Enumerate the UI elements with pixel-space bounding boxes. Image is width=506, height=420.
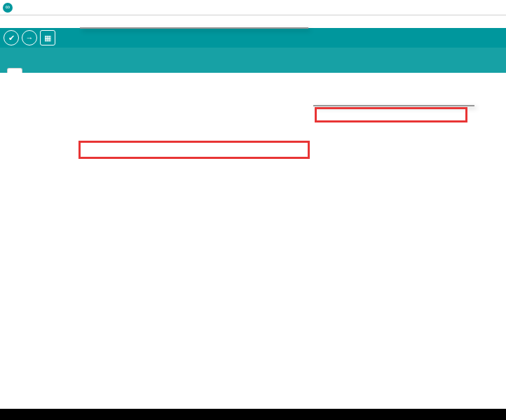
tools-menu <box>80 27 308 29</box>
arduino-icon <box>3 3 13 13</box>
sketch-tab[interactable] <box>7 68 22 73</box>
verify-button[interactable]: ✔ <box>4 30 19 46</box>
title-bar <box>0 0 506 15</box>
new-button[interactable]: ▦ <box>40 30 55 46</box>
menu-bar <box>0 15 506 28</box>
teal-strip <box>0 48 506 56</box>
toolbar: ✔ → ▦ <box>0 28 506 48</box>
boards-submenu <box>313 105 474 106</box>
code-editor[interactable] <box>0 73 506 409</box>
tab-row <box>0 56 506 73</box>
upload-button[interactable]: → <box>22 30 37 46</box>
status-bar <box>0 409 506 420</box>
